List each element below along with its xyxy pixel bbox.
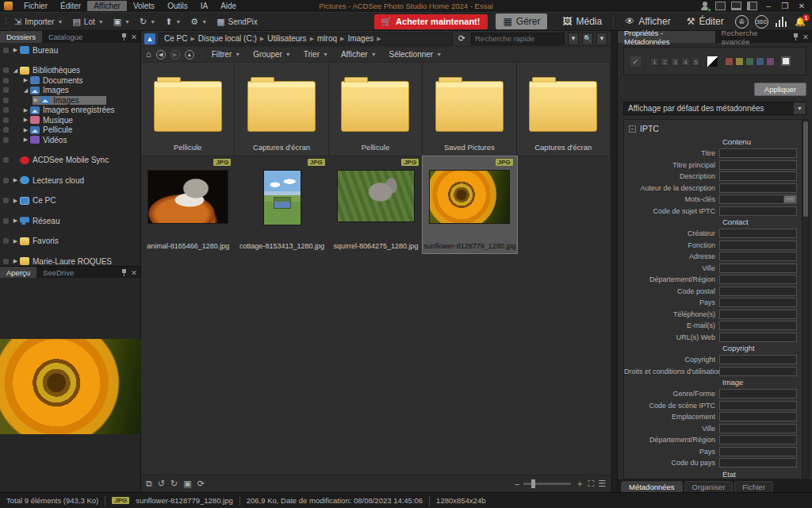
bottom-tab-fichier[interactable]: Fichier — [734, 481, 773, 492]
menu-fichier[interactable]: Fichier — [17, 1, 54, 11]
tree-item-acdsee-mobile-sync[interactable]: ACDSee Mobile Sync — [0, 156, 140, 166]
folder-tile-saved-pictures[interactable]: Saved Pictures — [423, 63, 516, 156]
zoom-slider[interactable] — [523, 483, 571, 485]
more-button[interactable]: ··· — [783, 195, 796, 203]
pin-icon[interactable] — [793, 33, 799, 40]
breadcrumb[interactable]: Ce PC▶Disque local (C:)▶Utilisateurs▶mlr… — [159, 33, 453, 45]
menu-outils[interactable]: Outils — [161, 1, 194, 11]
mode-view-button[interactable]: 👁 Afficher — [618, 13, 677, 29]
tab-apercu[interactable]: Aperçu — [0, 267, 36, 278]
iptc-input-emplacement[interactable] — [719, 412, 797, 421]
folder-tile-pellicule[interactable]: Pellicule — [141, 63, 235, 156]
close-panel-icon[interactable]: ✕ — [802, 33, 809, 41]
iptc-input-url-s-web[interactable] — [719, 333, 797, 342]
iptc-scrollbar[interactable] — [802, 120, 809, 479]
search-input[interactable] — [471, 33, 565, 45]
iptc-input-e-mail-s-[interactable] — [719, 321, 797, 330]
share-button[interactable]: ⬆ ▼ — [161, 16, 185, 28]
tree-item-ce-pc[interactable]: ▶Ce PC — [0, 196, 140, 206]
iptc-input-d-partement-r-gion[interactable] — [719, 275, 797, 284]
tree-item-documents[interactable]: ▶Documents — [0, 75, 140, 86]
tree-expand-icon[interactable]: ▶ — [33, 97, 40, 103]
view-mode-icon[interactable]: ☰ — [598, 479, 606, 489]
tab-seedrive[interactable]: SeeDrive — [36, 267, 80, 278]
zoom-out-icon[interactable]: − — [515, 479, 519, 489]
refresh-icon[interactable]: ⟳ — [456, 33, 468, 44]
tree-select-dot[interactable] — [3, 78, 9, 83]
folder-tile-captures-d-cran[interactable]: Captures d'écran — [517, 63, 611, 156]
close-button[interactable]: ✕ — [796, 2, 807, 10]
tree-select-dot[interactable] — [3, 87, 9, 93]
home-icon[interactable]: ⌂ — [146, 50, 151, 59]
tab-catalogue[interactable]: Catalogue — [42, 31, 89, 43]
toolbar-overflow[interactable]: . — [263, 17, 269, 26]
iptc-input-d-partement-r-gion[interactable] — [719, 435, 797, 444]
clear-rating-icon[interactable] — [707, 56, 718, 67]
tree-select-dot[interactable] — [3, 127, 9, 133]
iptc-input-copyright[interactable] — [719, 355, 797, 364]
restore-button[interactable]: ❐ — [779, 2, 791, 10]
scrollbar-thumb[interactable] — [803, 121, 808, 217]
tree-item-images[interactable]: ▶Images — [0, 95, 140, 106]
tree-item-musique[interactable]: ▶Musique — [0, 115, 140, 125]
tree-expand-icon[interactable]: ▶ — [22, 137, 29, 143]
360-icon[interactable]: 360 — [755, 15, 768, 29]
filtermenu-trier[interactable]: Trier▼ — [301, 49, 331, 60]
tree-select-dot[interactable] — [3, 67, 9, 73]
close-panel-icon[interactable]: ✕ — [131, 268, 137, 277]
tree-item-pellicule[interactable]: ▶Pellicule — [0, 125, 140, 136]
tree-expand-icon[interactable]: ▶ — [12, 177, 19, 183]
tree-item-marie-laure-roques[interactable]: ▶Marie-Laure ROQUES — [0, 256, 140, 266]
filter-funnel-icon[interactable]: ▼ — [596, 33, 607, 45]
tree-item-r-seau[interactable]: ▶Réseau — [0, 216, 140, 226]
tree-select-dot[interactable] — [3, 117, 9, 123]
back-icon[interactable]: ◀ — [156, 50, 166, 60]
tree-select-dot[interactable] — [3, 48, 9, 53]
iptc-input-ville[interactable] — [719, 424, 797, 433]
rating-1[interactable]: 1 — [650, 57, 659, 66]
iptc-input-fonction[interactable] — [719, 241, 797, 250]
fullscreen-icon[interactable]: ⛶ — [588, 479, 594, 489]
tree-expand-icon[interactable]: ▶ — [12, 217, 19, 224]
film-reel-icon[interactable]: ✇ — [735, 15, 749, 29]
tree-item-biblioth-ques[interactable]: ◢Bibliothèques — [0, 66, 140, 76]
iptc-input-genre-forme[interactable] — [719, 389, 797, 398]
forward-icon[interactable]: ▶ — [170, 50, 180, 60]
folder-tile-pellicule[interactable]: Pellicule — [329, 63, 423, 156]
layout-3-icon[interactable] — [747, 2, 757, 10]
tree-select-dot[interactable] — [3, 259, 9, 264]
folder-up-icon[interactable]: ▲ — [144, 33, 155, 44]
breadcrumb-item[interactable]: Disque local (C:) — [198, 34, 257, 43]
buy-now-button[interactable]: 🛒 Acheter maintenant! — [374, 14, 488, 29]
tree-expand-icon[interactable]: ◢ — [12, 67, 19, 74]
rating-2[interactable]: 2 — [661, 57, 669, 66]
search-icon[interactable]: 🔍 — [582, 33, 593, 45]
iptc-input-t-l-phone-s-[interactable] — [719, 310, 797, 319]
copy-to-icon[interactable]: ⧉ — [146, 479, 152, 489]
zoom-in-icon[interactable]: ＋ — [575, 478, 584, 490]
image-tile-sunflower[interactable]: JPGsunflower-8128779_1280.jpg — [423, 156, 516, 253]
up-icon[interactable]: ▲ — [185, 50, 194, 60]
image-tile-cat[interactable]: JPGanimal-8165466_1280.jpg — [141, 156, 235, 253]
acdsee-tools-button[interactable]: ▣ ▼ — [109, 16, 134, 28]
chevron-down-icon[interactable]: ▼ — [794, 102, 806, 114]
tree-expand-icon[interactable]: ▶ — [12, 198, 19, 204]
search-dropdown-icon[interactable]: ▼ — [568, 33, 579, 45]
zoom-slider-thumb[interactable] — [531, 479, 535, 488]
tree-item-favoris[interactable]: ▶Favoris — [0, 237, 140, 247]
layout-2-icon[interactable] — [731, 2, 741, 10]
iptc-input-code-du-pays[interactable] — [719, 458, 797, 468]
iptc-input-ville[interactable] — [719, 264, 797, 273]
tree-select-dot[interactable] — [3, 137, 9, 143]
batch-button[interactable]: ▤ Lot ▼ — [68, 16, 107, 28]
color-label-1[interactable] — [735, 57, 744, 66]
tree-expand-icon[interactable]: ▶ — [12, 238, 19, 244]
mode-media-button[interactable]: 🖼 Média — [555, 13, 609, 29]
sync-icon[interactable]: ⟳ — [197, 479, 205, 489]
iptc-input-titre-principal[interactable] — [719, 160, 797, 170]
tree-expand-icon[interactable]: ▶ — [22, 117, 29, 123]
filtermenu-filtrer[interactable]: Filtrer▼ — [209, 49, 243, 60]
tree-item-bureau[interactable]: ▶Bureau — [0, 45, 140, 56]
iptc-input-mots-cl-s[interactable]: ··· — [719, 194, 797, 204]
tree-item-images[interactable]: ◢Images — [0, 86, 140, 96]
